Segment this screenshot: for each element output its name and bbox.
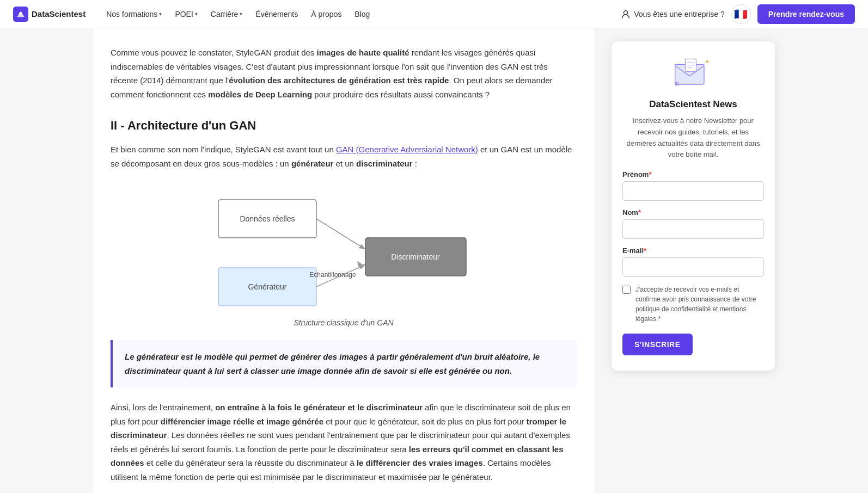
nav-item-poei[interactable]: POEI ▾ — [169, 7, 203, 22]
discriminateur-bold: discriminateur — [356, 159, 412, 168]
chevron-down-icon: ▾ — [240, 11, 242, 17]
nav-label-carriere: Carrière — [211, 10, 239, 19]
svg-text:Echantillonnage: Echantillonnage — [309, 271, 356, 279]
navbar: DataScientest Nos formations ▾ POEI ▾ Ca… — [0, 0, 868, 28]
svg-text:⚙: ⚙ — [674, 81, 680, 87]
email-input[interactable] — [622, 257, 764, 277]
nav-item-blog[interactable]: Blog — [349, 7, 375, 22]
flag-emoji: 🇫🇷 — [734, 8, 748, 21]
svg-text:Générateur: Générateur — [248, 282, 287, 291]
sidebar-card-title: DataScientest News — [622, 99, 764, 110]
body-bold4: les erreurs qu'il commet en classant les… — [111, 445, 564, 468]
article-intro: Comme vous pouvez le constater, StyleGAN… — [111, 46, 577, 101]
prenom-input[interactable] — [622, 181, 764, 201]
logo-icon — [13, 7, 28, 22]
nav-right: Vous êtes une entreprise ? 🇫🇷 Prendre re… — [621, 4, 855, 24]
sidebar: ✦ ⚙ DataScientest News Inscrivez-vous à … — [612, 28, 775, 493]
nom-label: Nom* — [622, 208, 764, 217]
nom-input[interactable] — [622, 219, 764, 239]
nav-label-poei: POEI — [175, 10, 193, 19]
nav-item-carriere[interactable]: Carrière ▾ — [205, 7, 248, 22]
consent-checkbox[interactable] — [622, 286, 631, 294]
nav-label-blog: Blog — [354, 10, 370, 19]
svg-text:✦: ✦ — [705, 58, 710, 65]
body-bold1: on entraîne à la fois le générateur et l… — [215, 403, 423, 412]
email-label: E-mail* — [622, 246, 764, 255]
logo-text: DataScientest — [32, 9, 85, 19]
newsletter-card: ✦ ⚙ DataScientest News Inscrivez-vous à … — [612, 41, 775, 371]
body-bold2: différencier image réelle et image génér… — [161, 417, 323, 426]
svg-line-9 — [316, 219, 364, 249]
nav-links: Nos formations ▾ POEI ▾ Carrière ▾ Événe… — [101, 7, 616, 22]
diagram-svg-container: Données réelles Générateur Discriminateu… — [202, 183, 485, 314]
intro-bold2: évolution des architectures de génératio… — [229, 76, 449, 85]
highlight-block: Le générateur est le modèle qui permet d… — [111, 340, 577, 387]
svg-text:Discriminateur: Discriminateur — [391, 252, 440, 261]
consent-row: J'accepte de recevoir vos e-mails et con… — [622, 285, 764, 324]
gan-diagram-svg: Données réelles Générateur Discriminateu… — [202, 183, 485, 314]
nav-label-apropos: À propos — [311, 10, 341, 19]
sidebar-card-desc: Inscrivez-vous à notre Newsletter pour r… — [622, 115, 764, 161]
newsletter-illustration: ✦ ⚙ — [671, 54, 715, 93]
subscribe-button[interactable]: S'INSCRIRE — [622, 334, 693, 355]
svg-point-2 — [624, 10, 628, 14]
nav-label-evenements: Événements — [255, 10, 298, 19]
enterprise-label: Vous êtes une entreprise ? — [634, 10, 725, 19]
chevron-down-icon: ▾ — [195, 11, 198, 17]
cta-button[interactable]: Prendre rendez-vous — [757, 4, 855, 24]
diagram-caption: Structure classique d'un GAN — [294, 318, 393, 327]
gan-link[interactable]: GAN (Generative Adversiarial Network) — [336, 145, 478, 154]
gan-diagram: Données réelles Générateur Discriminateu… — [111, 183, 577, 327]
svg-point-1 — [19, 11, 22, 14]
svg-text:Données réelles: Données réelles — [240, 214, 295, 223]
generateur-bold: générateur — [291, 159, 334, 168]
article-para1: Et bien comme son nom l'indique, StyleGA… — [111, 143, 577, 170]
prenom-label: Prénom* — [622, 170, 764, 178]
nav-item-evenements[interactable]: Événements — [250, 7, 303, 22]
nav-item-apropos[interactable]: À propos — [305, 7, 347, 22]
main-content: Comme vous pouvez le constater, StyleGAN… — [93, 28, 594, 493]
nav-label-formations: Nos formations — [106, 10, 157, 19]
body-bold5: le différencier des vraies images — [357, 458, 483, 467]
section-heading: II - Architecture d'un GAN — [111, 119, 577, 133]
consent-label: J'accepte de recevoir vos e-mails et con… — [635, 285, 764, 324]
nav-enterprise[interactable]: Vous êtes une entreprise ? — [621, 9, 725, 19]
highlight-text: Le générateur est le modèle qui permet d… — [125, 350, 565, 378]
nav-item-formations[interactable]: Nos formations ▾ — [101, 7, 167, 22]
navbar-logo[interactable]: DataScientest — [13, 7, 85, 22]
intro-bold3: modèles de Deep Learning — [208, 90, 312, 99]
enterprise-icon — [621, 9, 631, 19]
flag-button[interactable]: 🇫🇷 — [731, 4, 751, 24]
intro-bold1: images de haute qualité — [317, 48, 409, 57]
chevron-down-icon: ▾ — [159, 11, 162, 17]
article-body: Ainsi, lors de l'entrainement, on entraî… — [111, 400, 577, 484]
